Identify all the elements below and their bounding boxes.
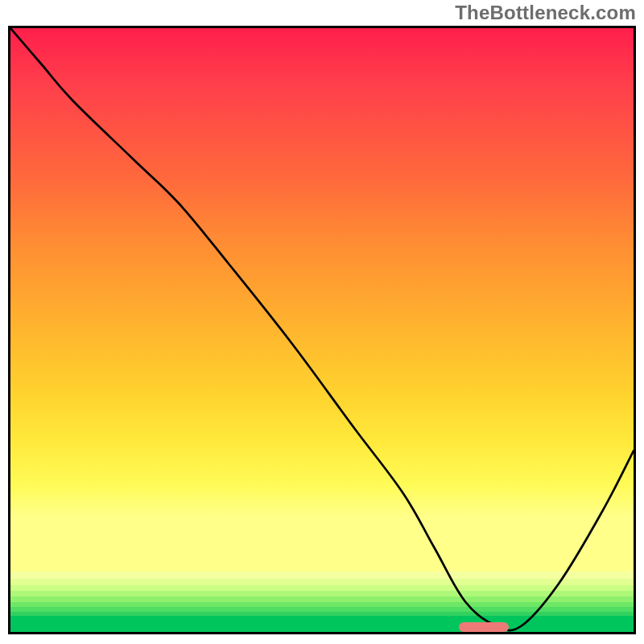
optimal-marker [459, 622, 509, 632]
watermark-text: TheBottleneck.com [455, 2, 636, 24]
bottleneck-curve [10, 28, 634, 632]
chart-area [8, 26, 636, 634]
